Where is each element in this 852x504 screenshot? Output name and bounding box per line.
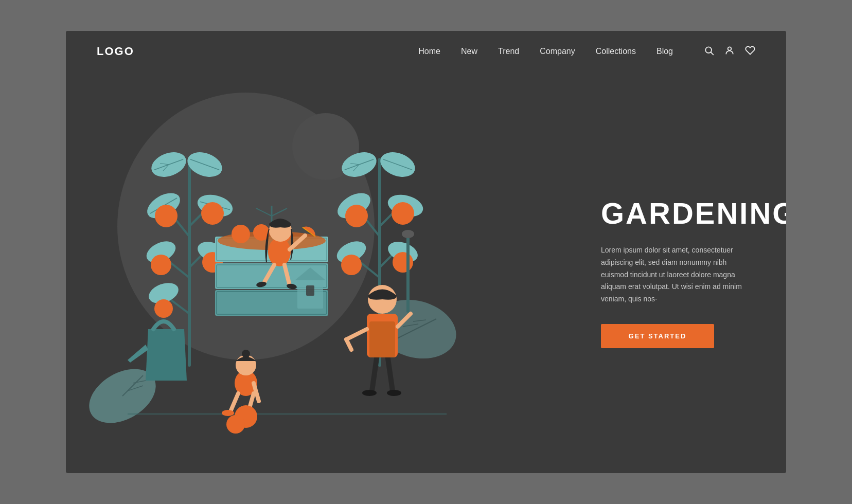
svg-point-90 <box>362 390 377 396</box>
nav-item-company[interactable]: Company <box>540 47 575 56</box>
nav-item-trend[interactable]: Trend <box>498 47 519 56</box>
nav-links: Home New Trend Company Collections Blog <box>418 47 673 56</box>
illustration-area <box>66 72 591 473</box>
get-started-button[interactable]: GET STARTED <box>601 324 714 348</box>
svg-point-83 <box>222 410 234 416</box>
svg-point-46 <box>345 205 368 227</box>
svg-point-28 <box>151 255 171 275</box>
svg-line-88 <box>372 355 377 391</box>
nav-item-home[interactable]: Home <box>418 47 440 56</box>
nav-icons <box>704 45 755 58</box>
svg-point-71 <box>268 238 291 266</box>
svg-line-66 <box>272 208 287 216</box>
svg-line-65 <box>256 208 272 216</box>
svg-rect-69 <box>306 285 314 296</box>
svg-point-2 <box>728 47 732 50</box>
logo: LOGO <box>97 45 134 58</box>
svg-point-30 <box>154 299 173 318</box>
nav-item-blog[interactable]: Blog <box>656 47 673 56</box>
svg-point-27 <box>201 202 224 225</box>
user-icon[interactable] <box>724 45 735 58</box>
page-wrapper: LOGO Home New Trend Company Collections … <box>66 31 786 473</box>
svg-rect-93 <box>369 321 395 357</box>
svg-point-91 <box>387 390 401 396</box>
hero-title: GARDENING <box>601 197 760 230</box>
heart-icon[interactable] <box>745 45 755 58</box>
svg-line-96 <box>346 339 351 350</box>
svg-line-89 <box>387 355 393 391</box>
svg-point-26 <box>155 205 177 227</box>
svg-point-99 <box>402 230 414 238</box>
svg-point-49 <box>393 252 413 273</box>
text-area: GARDENING Lorem ipsum dolor sit amet, co… <box>591 72 786 473</box>
svg-line-81 <box>230 393 238 411</box>
gardening-illustration <box>76 82 498 453</box>
main-content: GARDENING Lorem ipsum dolor sit amet, co… <box>66 72 786 473</box>
svg-line-95 <box>346 329 367 339</box>
svg-line-87 <box>254 383 259 401</box>
nav-item-new[interactable]: New <box>461 47 477 56</box>
hero-description: Lorem ipsum dolor sit amet, consectetuer… <box>601 244 755 305</box>
svg-point-48 <box>341 255 362 275</box>
svg-point-80 <box>242 350 250 358</box>
svg-line-1 <box>711 52 714 55</box>
nav-item-collections[interactable]: Collections <box>596 47 636 56</box>
search-icon[interactable] <box>704 45 714 58</box>
svg-point-47 <box>392 202 414 225</box>
svg-point-61 <box>232 225 250 243</box>
navbar: LOGO Home New Trend Company Collections … <box>66 31 786 72</box>
svg-point-86 <box>226 415 245 434</box>
